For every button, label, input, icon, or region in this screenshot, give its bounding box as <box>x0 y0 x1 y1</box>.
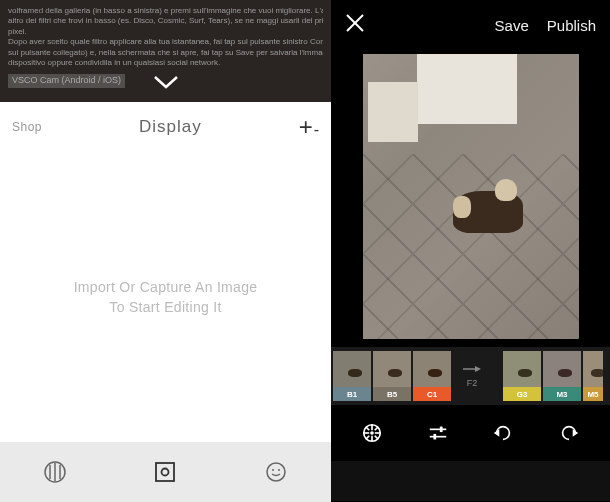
undo-icon[interactable] <box>483 413 523 453</box>
display-label[interactable]: Display <box>139 117 202 137</box>
empty-state: Import Or Capture An Image To Start Edit… <box>0 152 331 442</box>
svg-rect-26 <box>433 434 436 440</box>
save-button[interactable]: Save <box>495 17 529 34</box>
photo-preview-area <box>331 50 610 347</box>
svg-line-19 <box>366 427 369 430</box>
publish-button[interactable]: Publish <box>547 17 596 34</box>
plus-icon: + <box>299 113 313 141</box>
svg-point-14 <box>370 431 374 435</box>
svg-point-7 <box>272 469 274 471</box>
grid-icon[interactable] <box>43 460 67 484</box>
svg-point-8 <box>278 469 280 471</box>
close-icon[interactable] <box>345 11 365 39</box>
svg-point-6 <box>267 463 285 481</box>
filter-b5[interactable]: B5 <box>373 351 411 401</box>
filter-g3[interactable]: G3 <box>503 351 541 401</box>
doc-line: volframed della galleria (in basso a sin… <box>8 6 323 16</box>
svg-line-21 <box>375 427 378 430</box>
presets-icon[interactable] <box>352 413 392 453</box>
svg-point-5 <box>162 469 169 476</box>
adjust-icon[interactable] <box>418 413 458 453</box>
doc-line: altro dei filtri che trovi in basso (es.… <box>8 16 323 26</box>
filter-b1[interactable]: B1 <box>333 351 371 401</box>
tool-row <box>331 405 610 461</box>
doc-line: dispositivo oppure condividila in un qua… <box>8 58 323 68</box>
chevron-down-icon[interactable] <box>153 70 179 99</box>
redo-icon[interactable] <box>549 413 589 453</box>
vsco-left-panel: volframed della galleria (in basso a sin… <box>0 0 331 502</box>
background-document: volframed della galleria (in basso a sin… <box>0 0 331 102</box>
svg-rect-4 <box>156 463 174 481</box>
filter-m3[interactable]: M3 <box>543 351 581 401</box>
svg-line-22 <box>366 436 369 439</box>
left-header: Shop Display +- <box>0 102 331 152</box>
bottom-spacer <box>331 461 610 501</box>
svg-rect-25 <box>439 427 442 433</box>
vsco-right-panel: Save Publish B1 B5 C1 <box>331 0 610 502</box>
filter-strip: B1 B5 C1 F2 G3 M3 <box>331 347 610 405</box>
shop-link[interactable]: Shop <box>12 120 42 134</box>
left-bottom-bar <box>0 442 331 502</box>
photo-preview[interactable] <box>363 54 579 339</box>
editor-header: Save Publish <box>331 0 610 50</box>
doc-line: pixel. <box>8 27 323 37</box>
add-button[interactable]: +- <box>299 113 319 141</box>
svg-line-20 <box>375 436 378 439</box>
filter-f2-label: F2 <box>467 378 478 388</box>
smiley-icon[interactable] <box>264 460 288 484</box>
filter-m5[interactable]: M5 <box>583 351 603 401</box>
doc-line: sul pulsante collegato) e, nella scherma… <box>8 48 323 58</box>
empty-text-line2: To Start Editing It <box>109 299 221 315</box>
doc-line: Dopo aver scelto quale filtro applicare … <box>8 37 323 47</box>
svg-marker-12 <box>475 366 481 372</box>
filter-c1[interactable]: C1 <box>413 351 451 401</box>
camera-icon[interactable] <box>153 460 177 484</box>
filter-f2-divider[interactable]: F2 <box>453 351 491 401</box>
vsco-cam-label: VSCO Cam (Android / iOS) <box>8 74 125 88</box>
empty-text-line1: Import Or Capture An Image <box>74 279 258 295</box>
